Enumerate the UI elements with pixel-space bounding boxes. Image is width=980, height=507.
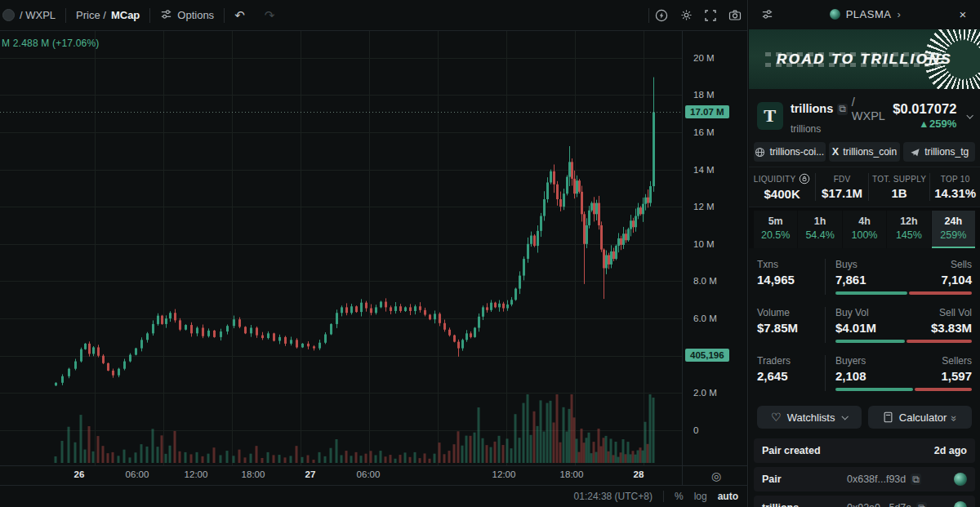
time-axis-label: 06:00 — [126, 469, 149, 479]
time-axis-label: 06:00 — [357, 469, 381, 479]
axis-corner-divider — [682, 466, 683, 486]
tab-24h[interactable]: 24h259% — [932, 211, 975, 248]
globe-icon — [755, 147, 765, 158]
percent-scale-button[interactable]: % — [675, 491, 684, 502]
base-token-address-row[interactable]: trillions 0x92a0...5d7a ⧉ — [754, 496, 975, 507]
chevron-down-icon — [842, 413, 849, 420]
panel-header: PLASMA › × — [749, 0, 980, 28]
redo-button[interactable]: ↷ — [255, 0, 285, 30]
telegram-icon — [910, 147, 920, 158]
telegram-link[interactable]: trillions_tg — [903, 142, 975, 162]
calculator-icon — [883, 411, 893, 423]
token-name: trillions — [791, 102, 833, 116]
fullscreen-icon — [704, 9, 717, 22]
time-axis-label: 12:00 — [492, 469, 516, 479]
chart-settings-button[interactable] — [674, 0, 698, 30]
chart-footer: 01:24:38 (UTC+8) % log auto — [0, 485, 748, 507]
price-mcap-toggle[interactable]: Price / MCap — [66, 0, 149, 30]
tab-5m[interactable]: 5m20.5% — [754, 211, 797, 248]
quick-order-button[interactable] — [649, 0, 674, 30]
traders-row: Traders 2,645 Buyers Sellers 2,108 1,597 — [757, 349, 972, 398]
options-button[interactable]: Options — [150, 0, 224, 30]
stat-liquidity: LIQUIDITY $400K — [749, 173, 815, 201]
watchlists-button[interactable]: ♡ Watchlists — [757, 406, 862, 429]
traders-value: 2,645 — [757, 369, 818, 383]
quote-token: / WXPL — [852, 96, 885, 122]
undo-button[interactable]: ↶ — [225, 0, 255, 30]
mcap-toggle-label: MCap — [111, 9, 140, 21]
price-axis-label: 14 M — [693, 165, 715, 175]
panel-filter-button[interactable] — [757, 0, 777, 28]
chevron-down-icon[interactable] — [967, 112, 973, 118]
scroll-to-realtime-button[interactable]: ◎ — [706, 467, 727, 484]
pair-age: 2d ago — [934, 445, 967, 456]
price-toggle-label: Price / — [76, 9, 106, 21]
token-banner[interactable]: ROAD TO TRILLIONS — [749, 29, 980, 89]
calculator-button[interactable]: Calculator » — [868, 406, 973, 429]
chart-pane: / WXPL Price / MCap Options ↶ ↷ — [0, 0, 748, 507]
tab-4h[interactable]: 4h100% — [843, 211, 886, 248]
time-axis-label: 27 — [305, 469, 316, 479]
token-price: $0.017072 — [893, 101, 956, 118]
token-coin-icon — [2, 9, 15, 21]
pair-created-row[interactable]: Pair created 2d ago — [754, 438, 975, 463]
clock-label[interactable]: 01:24:38 (UTC+8) — [574, 491, 653, 502]
gear-icon — [679, 8, 693, 22]
pair-address-row[interactable]: Pair 0x638f...f93d ⧉ — [754, 467, 975, 491]
fullscreen-button[interactable] — [698, 0, 723, 30]
copy-icon[interactable]: ⧉ — [837, 104, 848, 115]
stat-total-supply: TOT. SUPPLY 1B — [868, 173, 929, 201]
token-change-24h: ▴ 259% — [893, 118, 956, 131]
x-icon: X — [832, 146, 839, 158]
price-axis[interactable]: 20 M18 M16 M14 M12 M10 M8.0 M6.0 M2.0 M0… — [682, 31, 748, 465]
lock-circle-icon — [799, 173, 810, 185]
price-axis-label: 2.0 M — [693, 388, 717, 398]
candlestick-chart[interactable] — [0, 31, 748, 465]
auto-scale-button[interactable]: auto — [718, 491, 738, 502]
pair-address: 0x638f...f93d — [847, 474, 906, 485]
twitter-label: trillions_coin — [843, 146, 897, 158]
telegram-label: trillions_tg — [924, 146, 969, 158]
top10-value: 14.31% — [934, 186, 976, 200]
double-chevron-icon: » — [949, 416, 961, 420]
buy-sell-vol-bar — [835, 340, 972, 343]
copy-icon[interactable]: ⧉ — [916, 502, 927, 507]
time-axis-label: 28 — [634, 469, 644, 479]
price-axis-label: 16 M — [693, 127, 715, 137]
pair-selector[interactable]: / WXPL — [0, 0, 65, 30]
options-label: Options — [177, 9, 214, 21]
price-axis-label: 12 M — [693, 202, 715, 211]
dexscreener-app: / WXPL Price / MCap Options ↶ ↷ — [0, 0, 980, 507]
fdv-value: $17.1M — [822, 186, 862, 200]
ohlc-legend: M 2.488 M (+17.06%) — [2, 38, 100, 49]
explorer-icon[interactable] — [954, 473, 967, 486]
trade-metrics: Txns 14,965 Buys Sells 7,861 7,104 — [749, 248, 980, 399]
twitter-link[interactable]: X trillions_coin — [829, 142, 901, 162]
stat-top10: TOP 10 14.31% — [929, 173, 980, 201]
heart-icon: ♡ — [771, 411, 782, 424]
tab-12h[interactable]: 12h145% — [887, 211, 930, 248]
sellers-value: 1,597 — [941, 369, 972, 383]
timeframe-tabs: 5m20.5% 1h54.4% 4h100% 12h145% 24h259% — [749, 207, 980, 248]
current-price-badge: 17.07 M — [685, 105, 729, 118]
price-axis-label: 18 M — [693, 90, 715, 100]
chevron-right-icon: › — [897, 8, 901, 20]
explorer-icon[interactable] — [954, 501, 967, 507]
screenshot-button[interactable] — [723, 0, 747, 30]
current-volume-badge: 405,196 — [685, 349, 729, 362]
price-axis-label: 8.0 M — [693, 276, 717, 286]
stat-fdv: FDV $17.1M — [815, 173, 868, 201]
time-axis[interactable]: ◎ 2606:0012:0018:002706:0012:0018:0028 — [0, 465, 748, 485]
log-scale-button[interactable]: log — [694, 491, 707, 502]
website-label: trillions-coi... — [769, 146, 824, 158]
copy-icon[interactable]: ⧉ — [911, 474, 921, 485]
close-panel-button[interactable]: × — [954, 7, 972, 21]
stats-strip: LIQUIDITY $400K FDV $17.1M TOT. SUPPLY 1… — [749, 167, 980, 207]
network-selector[interactable]: PLASMA › — [830, 8, 902, 20]
sliders-icon — [761, 8, 773, 20]
tab-1h[interactable]: 1h54.4% — [798, 211, 841, 248]
txns-value: 14,965 — [757, 273, 818, 287]
website-link[interactable]: trillions-coi... — [754, 142, 826, 162]
sells-value: 7,104 — [941, 273, 972, 287]
time-axis-label: 12:00 — [185, 469, 208, 479]
